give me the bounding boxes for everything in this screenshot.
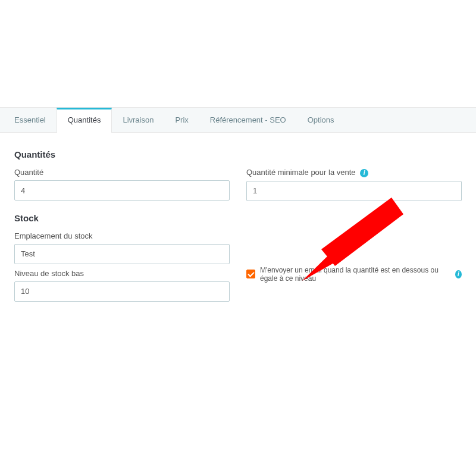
- tab-prix[interactable]: Prix: [164, 108, 199, 132]
- label-email-alert: M'envoyer un email quand la quantité est…: [260, 266, 448, 283]
- label-niveau-bas: Niveau de stock bas: [14, 269, 84, 278]
- label-qte-min-text: Quantité minimale pour la vente: [246, 168, 356, 177]
- input-niveau-bas[interactable]: [14, 281, 230, 302]
- section-heading-stock: Stock: [14, 213, 462, 223]
- info-icon[interactable]: i: [455, 270, 462, 278]
- label-qte-min: Quantité minimale pour la vente i: [246, 168, 368, 177]
- tab-livraison[interactable]: Livraison: [112, 108, 164, 132]
- label-emplacement: Emplacement du stock: [14, 231, 93, 240]
- section-heading-quantites: Quantités: [14, 149, 462, 159]
- tab-seo[interactable]: Référencement - SEO: [199, 108, 297, 132]
- input-emplacement[interactable]: [14, 244, 230, 264]
- checkbox-email-alert[interactable]: [246, 270, 255, 278]
- product-tabs: Essentiel Quantités Livraison Prix Référ…: [0, 107, 476, 133]
- info-icon[interactable]: i: [360, 169, 368, 177]
- quantities-panel: Quantités Quantité Quantité minimale pou…: [0, 133, 476, 331]
- input-qte-min[interactable]: [246, 181, 462, 201]
- input-quantite[interactable]: [14, 180, 230, 201]
- tab-essentiel[interactable]: Essentiel: [4, 108, 57, 132]
- tab-quantites[interactable]: Quantités: [57, 108, 112, 133]
- label-quantite: Quantité: [14, 168, 43, 177]
- tab-options[interactable]: Options: [297, 108, 345, 132]
